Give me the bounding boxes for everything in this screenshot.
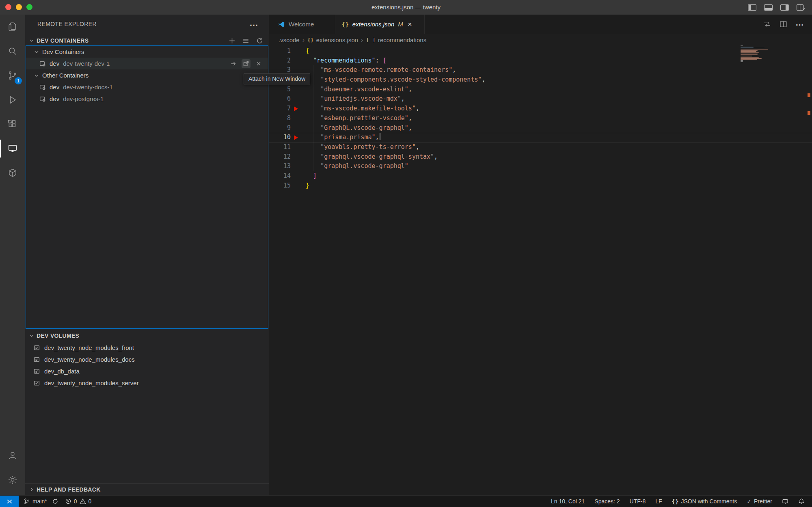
code-line[interactable]: 6 "unifiedjs.vscode-mdx", xyxy=(269,94,812,104)
toggle-secondary-sidebar-icon[interactable] xyxy=(780,4,789,11)
line-number[interactable]: 13 xyxy=(269,162,291,171)
activity-accounts[interactable] xyxy=(0,443,25,468)
volume-icon xyxy=(33,380,40,386)
line-number[interactable]: 2 xyxy=(269,56,291,66)
list-icon[interactable] xyxy=(242,37,249,44)
code-line[interactable]: 8 "esbenp.prettier-vscode", xyxy=(269,114,812,123)
code-line[interactable]: 13 "graphql.vscode-graphql" xyxy=(269,162,812,171)
explorer-icon xyxy=(7,22,18,32)
container-description: dev-postgres-1 xyxy=(63,95,104,102)
volume-item[interactable]: dev_twenty_node_modules_server xyxy=(26,377,268,389)
code-line[interactable]: 10 "prisma.prisma", xyxy=(269,133,812,142)
section-dev-containers[interactable]: DEV CONTAINERS xyxy=(25,35,269,46)
line-number[interactable]: 15 xyxy=(269,181,291,191)
activity-extensions[interactable] xyxy=(0,112,25,136)
split-editor-icon[interactable] xyxy=(779,20,788,28)
tree-group-other-containers[interactable]: Other Containers xyxy=(26,69,268,81)
activity-search[interactable] xyxy=(0,39,25,63)
line-number[interactable]: 10 xyxy=(269,133,291,142)
breadcrumb-symbol[interactable]: recommendations xyxy=(378,37,426,43)
code-line[interactable]: 2 "recommendations": [ xyxy=(269,56,812,66)
toggle-primary-sidebar-icon[interactable] xyxy=(747,4,757,11)
cursor-position-status[interactable]: Ln 10, Col 21 xyxy=(551,498,585,505)
editor-more-actions-icon[interactable]: … xyxy=(795,18,804,28)
remote-explorer-icon xyxy=(7,143,18,154)
error-count: 0 xyxy=(74,498,77,505)
sync-changes-button[interactable] xyxy=(52,496,58,507)
broadcast-status[interactable] xyxy=(782,496,788,507)
indentation-status[interactable]: Spaces: 2 xyxy=(594,498,620,505)
line-number[interactable]: 11 xyxy=(269,142,291,152)
volume-item[interactable]: dev_db_data xyxy=(26,365,268,377)
breadcrumb-file[interactable]: extensions.json xyxy=(316,37,358,43)
refresh-icon[interactable] xyxy=(256,37,263,44)
code-line[interactable]: 3 "ms-vscode-remote.remote-containers", xyxy=(269,65,812,75)
gutter-space xyxy=(291,181,306,191)
line-number[interactable]: 6 xyxy=(269,94,291,104)
code-text: "GraphQL.vscode-graphql", xyxy=(306,123,412,133)
notifications-status[interactable] xyxy=(798,496,805,507)
problems-status[interactable]: 0 0 xyxy=(65,496,92,507)
code-line[interactable]: 7 "ms-vscode.makefile-tools", xyxy=(269,104,812,114)
tab-extensions-json[interactable]: {} extensions.json M × xyxy=(335,15,425,34)
git-branch-status[interactable]: main* xyxy=(24,496,47,507)
code-line[interactable]: 14 ] xyxy=(269,171,812,181)
language-mode-status[interactable]: {} JSON with Comments xyxy=(672,496,737,507)
volume-item[interactable]: dev_twenty_node_modules_front xyxy=(26,342,268,354)
encoding-status[interactable]: UTF-8 xyxy=(630,498,646,505)
zoom-window-button[interactable] xyxy=(26,4,32,10)
minimize-window-button[interactable] xyxy=(16,4,22,10)
activity-remote-explorer[interactable] xyxy=(0,136,25,161)
formatter-status[interactable]: ✓ Prettier xyxy=(747,496,772,507)
section-help-and-feedback[interactable]: HELP AND FEEDBACK xyxy=(25,483,269,495)
open-changes-icon[interactable] xyxy=(763,20,771,28)
code-text: "yoavbls.pretty-ts-errors", xyxy=(306,142,419,152)
close-icon[interactable] xyxy=(254,59,263,68)
sidebar-more-actions-icon[interactable]: … xyxy=(249,18,258,28)
tab-welcome[interactable]: Welcome xyxy=(269,15,335,34)
container-description: dev-twenty-docs-1 xyxy=(63,84,113,91)
breadcrumb-separator: › xyxy=(302,37,304,44)
code-line[interactable]: 5 "dbaeumer.vscode-eslint", xyxy=(269,85,812,95)
indent-guide xyxy=(313,65,313,171)
line-number[interactable]: 8 xyxy=(269,114,291,123)
code-line[interactable]: 9 "GraphQL.vscode-graphql", xyxy=(269,123,812,133)
code-line[interactable]: 15} xyxy=(269,181,812,191)
toggle-panel-icon[interactable] xyxy=(764,4,773,11)
close-tab-icon[interactable]: × xyxy=(408,20,412,28)
customize-layout-icon[interactable] xyxy=(796,4,806,11)
attach-container-icon[interactable] xyxy=(229,59,238,68)
code-line[interactable]: 1{ xyxy=(269,46,812,56)
tree-item-dev-postgres-1[interactable]: dev dev-postgres-1 xyxy=(26,93,268,105)
activity-explorer[interactable] xyxy=(0,15,25,39)
line-number[interactable]: 9 xyxy=(269,123,291,133)
volume-label: dev_twenty_node_modules_front xyxy=(44,344,134,351)
close-window-button[interactable] xyxy=(5,4,11,10)
line-number[interactable]: 7 xyxy=(269,104,291,114)
add-icon[interactable] xyxy=(229,37,235,44)
attach-new-window-icon[interactable] xyxy=(242,59,251,68)
remote-indicator[interactable] xyxy=(0,496,19,507)
tree-item-dev-twenty-dev-1[interactable]: dev dev-twenty-dev-1 xyxy=(26,58,268,69)
code-line[interactable]: 12 "graphql.vscode-graphql-syntax", xyxy=(269,152,812,162)
activity-source-control[interactable]: 1 xyxy=(0,63,25,88)
minimap[interactable] xyxy=(741,45,770,63)
tree-group-dev-containers[interactable]: Dev Containers xyxy=(26,46,268,58)
section-dev-volumes[interactable]: DEV VOLUMES xyxy=(25,330,269,341)
line-number[interactable]: 14 xyxy=(269,171,291,181)
code-editor[interactable]: 1{2 "recommendations": [3 "ms-vscode-rem… xyxy=(269,46,812,495)
eol-status[interactable]: LF xyxy=(655,498,662,505)
breadcrumb-folder[interactable]: .vscode xyxy=(279,37,300,43)
line-number[interactable]: 12 xyxy=(269,152,291,162)
activity-containers[interactable] xyxy=(0,161,25,185)
formatter-label: Prettier xyxy=(754,498,772,505)
tree-item-dev-twenty-docs-1[interactable]: dev dev-twenty-docs-1 xyxy=(26,81,268,93)
code-line[interactable]: 11 "yoavbls.pretty-ts-errors", xyxy=(269,142,812,152)
line-number[interactable]: 1 xyxy=(269,46,291,56)
code-line[interactable]: 4 "styled-components.vscode-styled-compo… xyxy=(269,75,812,85)
volume-item[interactable]: dev_twenty_node_modules_docs xyxy=(26,354,268,365)
activity-settings[interactable] xyxy=(0,468,25,492)
code-text: } xyxy=(306,181,309,191)
activity-run-debug[interactable] xyxy=(0,88,25,112)
line-number[interactable]: 5 xyxy=(269,85,291,95)
